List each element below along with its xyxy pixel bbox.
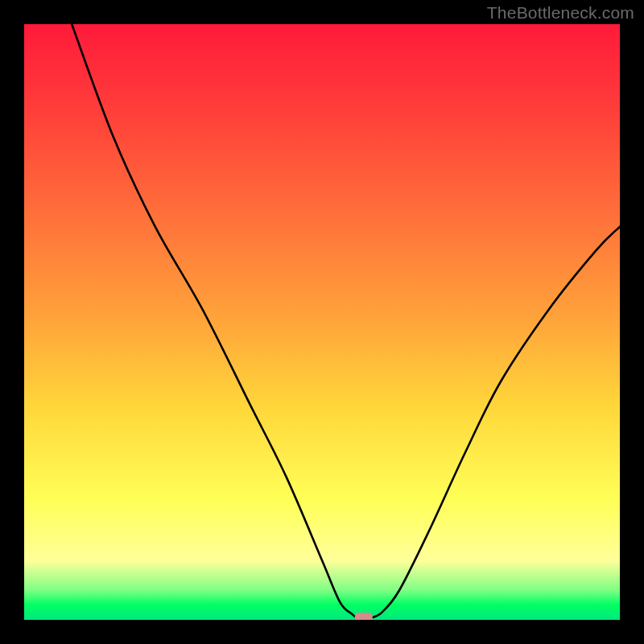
bottleneck-curve (72, 24, 620, 620)
optimum-marker (355, 613, 373, 620)
watermark-text: TheBottleneck.com (487, 3, 634, 23)
plot-area (24, 24, 620, 620)
chart-frame: TheBottleneck.com (0, 0, 644, 644)
curve-svg (24, 24, 620, 620)
